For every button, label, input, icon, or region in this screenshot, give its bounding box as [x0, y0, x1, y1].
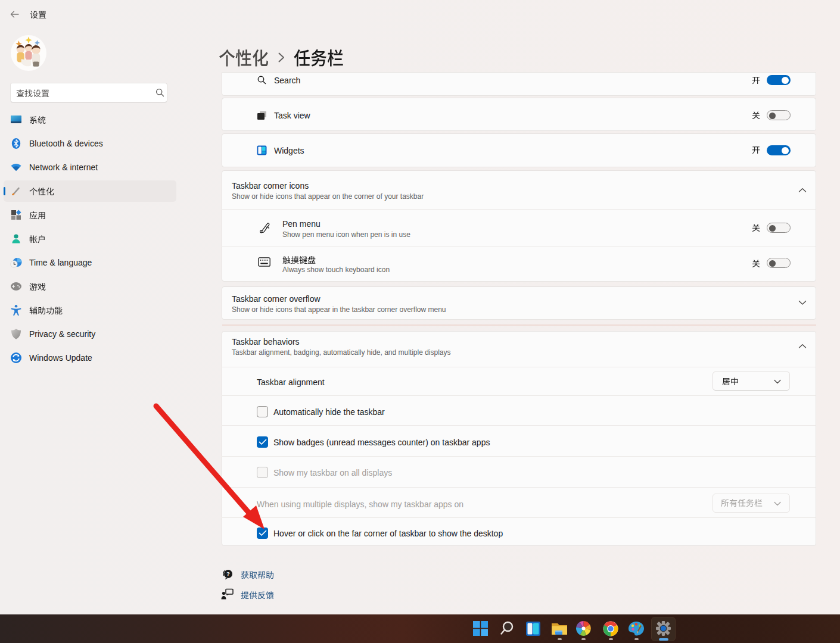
svg-text:?: ?	[226, 570, 230, 577]
